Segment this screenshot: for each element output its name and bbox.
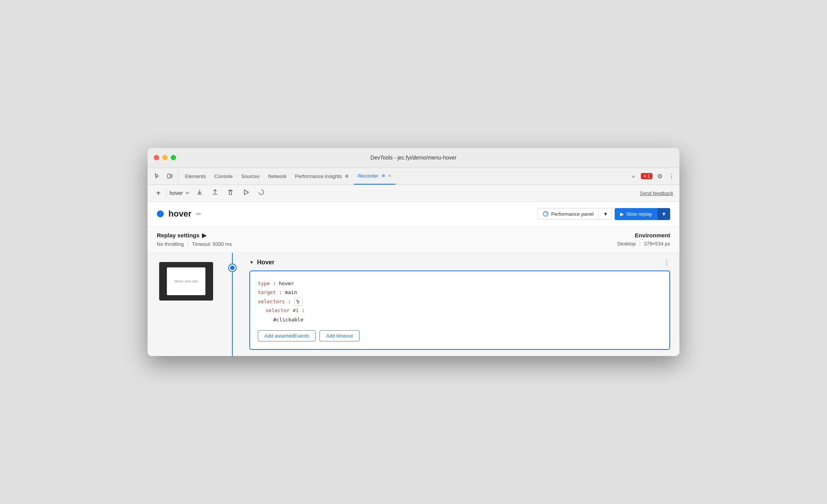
tab-performance-insights[interactable]: Performance insights [291, 168, 353, 185]
svg-point-2 [345, 175, 348, 178]
replay-settings-expand-icon: ▶ [202, 232, 207, 239]
code-selectors-line: selectors : [258, 297, 662, 306]
tab-separator-1 [178, 171, 179, 181]
performance-panel-main[interactable]: Performance panel [538, 208, 598, 219]
edit-name-btn[interactable]: ✏ [196, 210, 201, 218]
performance-panel-btn[interactable]: Performance panel ▼ [538, 208, 612, 220]
header-row: hover ✏ Performance panel ▼ ▶ [148, 202, 679, 227]
devtools-window: DevTools - jec.fyi/demo/menu-hover Eleme… [148, 148, 679, 356]
traffic-lights [154, 155, 176, 160]
step-thumb-text: Hover over me! [174, 279, 198, 283]
performance-panel-dropdown-btn[interactable]: ▼ [600, 209, 611, 219]
tab-sources[interactable]: Sources [237, 168, 264, 185]
timeline-col [225, 253, 240, 356]
code-selector-num-line: selector #1 : [266, 306, 662, 315]
device-icon [167, 173, 173, 179]
env-title-label: Environment [635, 232, 670, 239]
close-tab-recorder[interactable]: ✕ [388, 173, 392, 178]
close-button[interactable] [154, 155, 159, 160]
export-icon [196, 189, 203, 196]
tab-network[interactable]: Network [264, 168, 291, 185]
chevron-down-icon [185, 190, 190, 196]
header-actions: Performance panel ▼ ▶ Slow replay ▼ [538, 208, 670, 220]
cursor-inspect-icon [296, 299, 301, 304]
replay-settings-title[interactable]: Replay settings ▶ [157, 232, 232, 239]
tab-more-section: » ✕ 1 ⚙ ⋮ [629, 170, 676, 182]
pin-icon-perf [345, 174, 349, 178]
steps-area: Hover over me! ▼ Hover ⋮ [148, 253, 679, 356]
play-triangle-icon: ▶ [620, 211, 624, 217]
trash-icon [227, 189, 234, 196]
environment-section: Environment Desktop 379×534 px [617, 232, 670, 247]
tab-bar: Elements Console Sources Network Perform… [148, 168, 679, 185]
svg-rect-0 [168, 174, 171, 178]
maximize-button[interactable] [171, 155, 176, 160]
slow-replay-dropdown-btn[interactable]: ▼ [657, 208, 670, 220]
error-icon: ✕ [643, 174, 647, 179]
step-actions: Add assertedEvents Add timeout [258, 330, 662, 341]
pin-icon-recorder [381, 173, 386, 178]
slow-replay-main-btn[interactable]: ▶ Slow replay [615, 208, 657, 220]
recording-name-label: hover [168, 209, 192, 219]
device-mode-btn[interactable] [164, 170, 176, 182]
settings-info-divider [188, 241, 188, 247]
import-btn[interactable] [208, 187, 222, 199]
minimize-button[interactable] [162, 155, 168, 160]
tab-recorder[interactable]: Recorder ✕ [354, 168, 395, 185]
tab-elements[interactable]: Elements [181, 168, 210, 185]
continue-icon [258, 189, 265, 196]
env-info: Desktop 379×534 px [617, 241, 670, 247]
title-bar: DevTools - jec.fyi/demo/menu-hover [148, 148, 679, 168]
error-badge: ✕ 1 [641, 173, 652, 179]
recording-indicator [157, 210, 164, 217]
replay-settings-info: No throttling Timeout: 5000 ms [157, 241, 232, 247]
step-thumbnail: Hover over me! [159, 262, 213, 301]
step-name-label: Hover [257, 259, 274, 266]
step-detail-box: type : hover target : main selectors : [249, 270, 670, 350]
slow-replay-btn[interactable]: ▶ Slow replay ▼ [615, 208, 670, 220]
add-timeout-btn[interactable]: Add timeout [319, 330, 359, 341]
play-icon [242, 189, 249, 196]
cursor-tool-btn[interactable] [151, 170, 163, 182]
step-content-col: ▼ Hover ⋮ type : hover target : main [240, 253, 679, 356]
cursor-icon [154, 173, 160, 179]
add-asserted-events-btn[interactable]: Add assertedEvents [258, 330, 316, 341]
step-thumbnail-col: Hover over me! [148, 253, 225, 356]
window-title: DevTools - jec.fyi/demo/menu-hover [370, 155, 456, 161]
export-btn[interactable] [193, 187, 206, 199]
toolbar-actions [193, 187, 268, 199]
add-recording-btn[interactable]: + [154, 188, 163, 198]
play-btn[interactable] [239, 187, 252, 199]
code-type-line: type : hover [258, 279, 662, 288]
continue-btn[interactable] [255, 187, 268, 199]
tab-console[interactable]: Console [210, 168, 237, 185]
toolbar-sep-1 [166, 188, 166, 198]
selector-inspect-btn[interactable] [294, 297, 303, 306]
svg-rect-1 [171, 175, 172, 177]
step-header: ▼ Hover ⋮ [249, 259, 670, 266]
send-feedback-btn[interactable]: Send feedback [640, 190, 673, 196]
code-target-line: target : main [258, 288, 662, 297]
recording-select[interactable]: hover [170, 190, 190, 196]
code-selector-val-line: #clickable [273, 315, 662, 324]
import-icon [212, 189, 219, 196]
timeline-dot [229, 264, 236, 271]
performance-panel-icon [543, 211, 549, 217]
step-more-options-btn[interactable]: ⋮ [663, 259, 670, 266]
more-tabs-btn[interactable]: » [629, 170, 638, 182]
more-options-btn[interactable]: ⋮ [667, 171, 676, 181]
svg-point-3 [382, 174, 385, 177]
main-content: hover ✏ Performance panel ▼ ▶ [148, 202, 679, 356]
replay-settings-left: Replay settings ▶ No throttling Timeout:… [157, 232, 232, 247]
toolbar: + hover [148, 185, 679, 202]
settings-btn[interactable]: ⚙ [656, 171, 664, 181]
env-info-divider [640, 241, 640, 247]
delete-btn[interactable] [224, 187, 237, 199]
step-thumb-inner: Hover over me! [167, 267, 205, 295]
step-collapse-btn[interactable]: ▼ [249, 260, 254, 265]
replay-settings-bar: Replay settings ▶ No throttling Timeout:… [148, 227, 679, 253]
